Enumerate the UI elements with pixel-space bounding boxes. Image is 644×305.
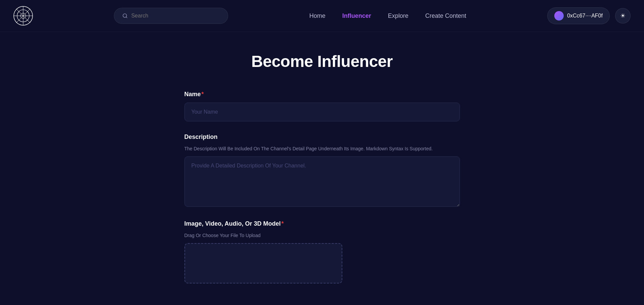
- logo-icon: [13, 6, 33, 26]
- description-textarea[interactable]: [184, 156, 460, 207]
- name-field-section: Name*: [184, 91, 460, 121]
- header: Home Influencer Explore Create Content 0…: [0, 0, 644, 32]
- search-icon: [122, 13, 128, 19]
- search-bar[interactable]: [114, 8, 228, 24]
- description-label: Description: [184, 134, 460, 141]
- wallet-address: 0xCc67····AF0f: [567, 13, 603, 19]
- sun-icon: ☀: [620, 12, 626, 20]
- nav-create-content[interactable]: Create Content: [425, 12, 466, 20]
- media-drag-text: Drag Or Choose Your File To Upload: [184, 232, 460, 239]
- main-content: Become Influencer Name* Description The …: [178, 32, 467, 305]
- description-field-section: Description The Description Will Be Incl…: [184, 134, 460, 208]
- media-label: Image, Video, Audio, Or 3D Model*: [184, 220, 460, 227]
- svg-line-8: [126, 17, 127, 18]
- page-title: Become Influencer: [184, 52, 460, 71]
- search-input[interactable]: [131, 13, 220, 19]
- logo-area: [13, 6, 33, 26]
- name-label: Name*: [184, 91, 460, 98]
- theme-toggle-button[interactable]: ☀: [615, 8, 631, 24]
- nav-home[interactable]: Home: [309, 12, 326, 20]
- nav-right: 0xCc67····AF0f ☀: [547, 7, 631, 24]
- wallet-avatar: [554, 11, 564, 21]
- nav-links: Home Influencer Explore Create Content: [309, 12, 466, 20]
- name-required-star: *: [202, 91, 204, 98]
- nav-explore[interactable]: Explore: [388, 12, 409, 20]
- media-required-star: *: [282, 220, 284, 227]
- wallet-badge[interactable]: 0xCc67····AF0f: [547, 7, 610, 24]
- upload-dropzone[interactable]: [184, 243, 342, 283]
- nav-influencer[interactable]: Influencer: [342, 12, 371, 20]
- description-sublabel: The Description Will Be Included On The …: [184, 145, 460, 152]
- name-input[interactable]: [184, 103, 460, 121]
- upload-section: Image, Video, Audio, Or 3D Model* Drag O…: [184, 220, 460, 283]
